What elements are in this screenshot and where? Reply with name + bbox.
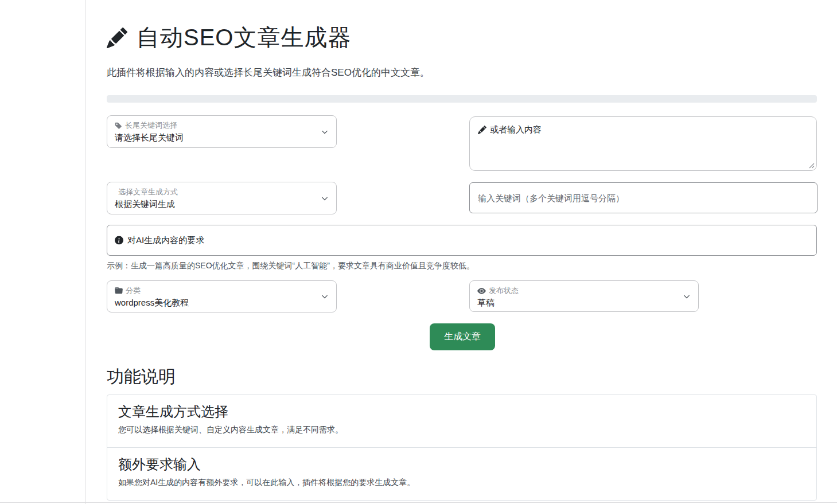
- select-label: 分类: [126, 286, 141, 296]
- page-title: 自动SEO文章生成器: [137, 22, 351, 53]
- chevron-down-icon: [321, 128, 329, 135]
- content-textarea[interactable]: [469, 116, 817, 171]
- tag-icon: [115, 122, 122, 130]
- left-content-divider: [85, 0, 85, 504]
- feature-card: 文章生成方式选择 您可以选择根据关键词、自定义内容生成文章，满足不同需求。: [107, 395, 816, 447]
- content-textarea-wrap: 或者输入内容: [469, 116, 817, 171]
- chevron-down-icon: [321, 195, 329, 202]
- chevron-down-icon: [683, 293, 691, 300]
- feature-desc: 您可以选择根据关键词、自定义内容生成文章，满足不同需求。: [118, 425, 805, 435]
- ai-requirement-input[interactable]: [107, 225, 817, 256]
- feature-desc: 如果您对AI生成的内容有额外要求，可以在此输入，插件将根据您的要求生成文章。: [118, 478, 805, 488]
- feature-list: 文章生成方式选择 您可以选择根据关键词、自定义内容生成文章，满足不同需求。 额外…: [107, 394, 817, 501]
- page-header: 自动SEO文章生成器: [107, 22, 351, 53]
- example-hint: 示例：生成一篇高质量的SEO优化文章，围绕关键词“人工智能”，要求文章具有商业价…: [107, 261, 474, 271]
- page-subtitle: 此插件将根据输入的内容或选择长尾关键词生成符合SEO优化的中文文章。: [107, 66, 430, 79]
- feature-title: 额外要求输入: [118, 455, 805, 474]
- feature-card: 额外要求输入 如果您对AI生成的内容有额外要求，可以在此输入，插件将根据您的要求…: [107, 447, 816, 500]
- pencil-icon: [107, 28, 127, 48]
- eye-icon: [477, 287, 486, 295]
- select-value: 根据关键词生成: [115, 199, 316, 210]
- select-value: wordpress美化教程: [115, 298, 316, 308]
- generate-button[interactable]: 生成文章: [430, 323, 495, 350]
- generation-method-select[interactable]: 选择文章生成方式 根据关键词生成: [107, 182, 337, 214]
- feature-title: 文章生成方式选择: [118, 403, 805, 421]
- longtail-keyword-select[interactable]: 长尾关键词选择 请选择长尾关键词: [107, 115, 337, 148]
- category-select[interactable]: 分类 wordpress美化教程: [107, 280, 337, 312]
- main-content: 自动SEO文章生成器 此插件将根据输入的内容或选择长尾关键词生成符合SEO优化的…: [107, 0, 817, 504]
- plugin-page: 自动SEO文章生成器 此插件将根据输入的内容或选择长尾关键词生成符合SEO优化的…: [0, 0, 837, 504]
- select-label: 长尾关键词选择: [125, 120, 177, 131]
- features-heading: 功能说明: [107, 365, 176, 389]
- select-label: 发布状态: [489, 286, 519, 296]
- publish-status-select[interactable]: 发布状态 草稿: [469, 280, 699, 312]
- select-value: 草稿: [477, 298, 678, 308]
- select-value: 请选择长尾关键词: [115, 132, 316, 143]
- resize-handle[interactable]: [808, 162, 815, 169]
- bottom-divider: [0, 502, 837, 503]
- select-label: 选择文章生成方式: [118, 187, 178, 197]
- chevron-down-icon: [321, 293, 329, 300]
- keywords-input[interactable]: [469, 182, 817, 213]
- folder-icon: [115, 287, 123, 295]
- progress-bar: [107, 95, 817, 103]
- ai-requirement-wrap: 对AI生成内容的要求: [107, 225, 817, 256]
